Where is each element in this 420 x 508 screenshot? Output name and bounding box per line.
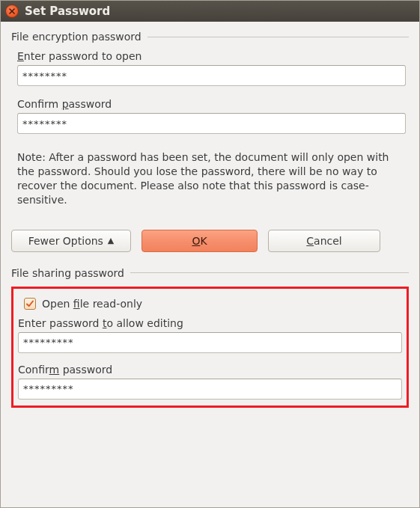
encryption-fields: Enter password to open Confirm password … xyxy=(11,50,409,207)
sharing-section: File sharing password Open file read-onl… xyxy=(11,267,409,408)
confirm-password-open-input[interactable] xyxy=(17,113,406,134)
cancel-button[interactable]: Cancel xyxy=(268,230,380,252)
readonly-checkbox[interactable] xyxy=(24,298,36,310)
sharing-group-label: File sharing password xyxy=(11,267,409,279)
set-password-dialog: Set Password File encryption password En… xyxy=(0,0,420,508)
readonly-checkbox-row: Open file read-only xyxy=(24,298,402,310)
enter-password-edit-input[interactable] xyxy=(18,332,402,353)
titlebar: Set Password xyxy=(1,1,419,22)
divider xyxy=(130,272,409,273)
window-title: Set Password xyxy=(25,4,110,18)
encryption-group-label: File encryption password xyxy=(11,31,409,43)
readonly-checkbox-label: Open file read-only xyxy=(42,298,142,310)
enter-password-open-input[interactable] xyxy=(17,65,406,86)
divider xyxy=(147,37,409,37)
chevron-up-icon: ▲ xyxy=(108,236,114,245)
dialog-content: File encryption password Enter password … xyxy=(1,22,419,507)
sharing-group-text: File sharing password xyxy=(11,267,124,279)
ok-button[interactable]: OK xyxy=(141,230,258,252)
confirm-password-open-label: Confirm password xyxy=(17,98,406,110)
enter-password-edit-label: Enter password to allow editing xyxy=(18,317,402,329)
close-button[interactable] xyxy=(5,4,19,18)
enter-password-open-label: Enter password to open xyxy=(17,50,406,62)
options-toggle-button[interactable]: Fewer Options ▲ xyxy=(11,230,131,252)
password-note: Note: After a password has been set, the… xyxy=(17,150,406,207)
check-icon xyxy=(25,299,34,308)
options-toggle-label: Fewer Options xyxy=(28,235,103,247)
button-row: Fewer Options ▲ OK Cancel xyxy=(11,230,409,252)
encryption-group-text: File encryption password xyxy=(11,31,141,43)
close-icon xyxy=(8,7,16,15)
confirm-password-edit-label: Confirm password xyxy=(18,364,402,376)
sharing-highlight-box: Open file read-only Enter password to al… xyxy=(11,287,409,408)
confirm-password-edit-input[interactable] xyxy=(18,379,402,400)
